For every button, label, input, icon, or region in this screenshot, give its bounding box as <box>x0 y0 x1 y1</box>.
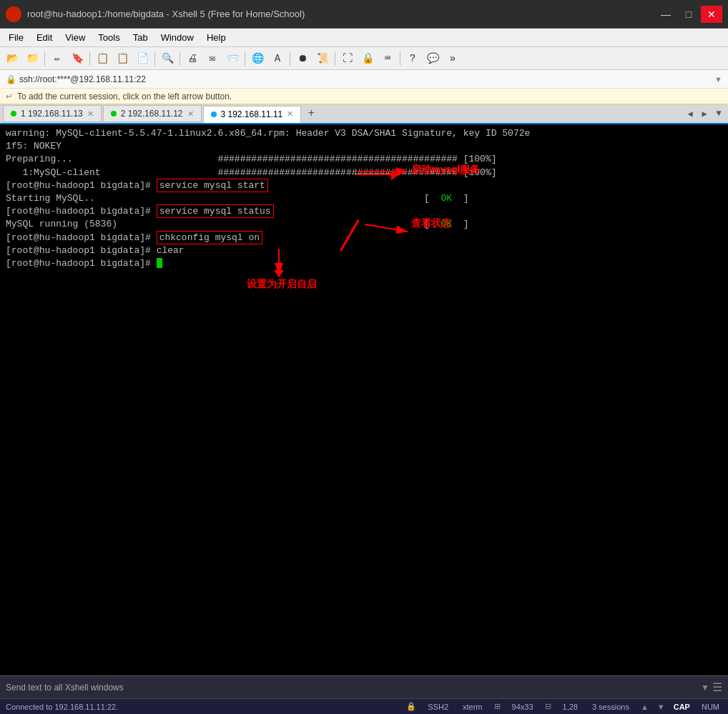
title-bar: root@hu-hadoop1:/home/bigdata - Xshell 5… <box>0 0 728 29</box>
sep5 <box>245 51 245 66</box>
menu-bar: File Edit View Tools Tab Window Help <box>0 29 728 47</box>
menu-edit[interactable]: Edit <box>31 31 58 44</box>
scroll-up-icon[interactable]: ▲ <box>641 703 649 711</box>
cursor <box>157 258 162 268</box>
tab1-close[interactable]: ✕ <box>87 109 94 119</box>
window-controls: — □ ✕ <box>655 6 722 23</box>
terminal-line-11: [root@hu-hadoop1 bigdata]# <box>6 257 722 270</box>
tab-next-icon[interactable]: ▶ <box>698 107 711 120</box>
new-session-icon[interactable]: 📂 <box>3 49 21 68</box>
tab-nav: ◀ ▶ ▼ <box>684 107 725 120</box>
sep3 <box>154 51 155 66</box>
terminal-line-8: MySQL running (5836) [ OK ] <box>6 218 722 231</box>
highlight-icon[interactable]: ✏️ <box>48 49 67 68</box>
sep2 <box>89 51 90 66</box>
scroll-down-icon[interactable]: ▼ <box>657 703 665 711</box>
app-logo <box>6 6 21 22</box>
sep4 <box>179 51 180 66</box>
menu-tools[interactable]: Tools <box>92 31 125 44</box>
chat-icon[interactable]: 💬 <box>423 49 442 68</box>
status-pos-icon: ⊟ <box>545 702 551 711</box>
maximize-button[interactable]: □ <box>678 6 699 23</box>
terminal-line-6: Starting MySQL.. [ OK ] <box>6 192 722 205</box>
status-bar: Connected to 192.168.11.11:22. 🔒 SSH2 xt… <box>0 698 728 714</box>
menu-view[interactable]: View <box>59 31 91 44</box>
tab2-close[interactable]: ✕ <box>187 109 194 119</box>
tab3-dot <box>211 111 217 117</box>
sep1 <box>44 51 45 66</box>
help-icon[interactable]: ? <box>403 49 422 68</box>
status-terminal: xterm <box>460 703 486 711</box>
info-bar: ↵ To add the current session, click on t… <box>0 89 728 104</box>
status-connected-text: Connected to 192.168.11.11:22. <box>6 703 398 711</box>
address-dropdown-icon[interactable]: ▼ <box>714 75 722 84</box>
terminal-line-4: 1:MySQL-client #########################… <box>6 167 722 179</box>
tab-bar: 1 192.168.11.13 ✕ 2 192.168.11.12 ✕ 3 19… <box>0 104 728 124</box>
compose-icon[interactable]: ✉ <box>203 49 222 68</box>
keyboard-icon[interactable]: ⌨ <box>378 49 397 68</box>
add-tab-button[interactable]: + <box>302 105 320 122</box>
menu-tab[interactable]: Tab <box>127 31 154 44</box>
send-bar-dropdown[interactable]: ▼ <box>701 683 709 693</box>
status-pos: 1,28 <box>560 703 581 711</box>
info-text: To add the current session, click on the… <box>17 91 232 101</box>
font-icon[interactable]: A <box>268 49 287 68</box>
terminal-line-7: [root@hu-hadoop1 bigdata]# service mysql… <box>6 205 722 218</box>
lock-icon[interactable]: 🔒 <box>358 49 377 68</box>
more-icon[interactable]: » <box>443 49 462 68</box>
status-size-icon: ⊞ <box>494 702 501 711</box>
status-sessions: 3 sessions <box>589 703 632 711</box>
sep7 <box>335 51 335 66</box>
zoom-icon[interactable]: 🔍 <box>158 49 177 68</box>
send-bar-menu[interactable]: ☰ <box>712 680 722 694</box>
menu-help[interactable]: Help <box>201 31 232 44</box>
terminal-line-3: Preparing... ###########################… <box>6 153 722 166</box>
minimize-button[interactable]: — <box>655 6 677 23</box>
compose2-icon[interactable]: 📨 <box>223 49 242 68</box>
globe-icon[interactable]: 🌐 <box>248 49 267 68</box>
toolbar: 📂 📁 ✏️ 🔖 📋 📋 📄 🔍 🖨 ✉ 📨 🌐 A ⏺ 📜 ⛶ 🔒 ⌨ ? 💬… <box>0 47 728 70</box>
paste2-icon[interactable]: 📄 <box>133 49 152 68</box>
tab2-label: 2 192.168.11.12 <box>121 109 183 119</box>
address-text: ssh://root:****@192.168.11.11:22 <box>19 74 146 84</box>
arrow3-head <box>274 270 284 277</box>
open-icon[interactable]: 📁 <box>23 49 41 68</box>
tab-2[interactable]: 2 192.168.11.12 ✕ <box>103 105 202 122</box>
address-bar: 🔒 ssh://root:****@192.168.11.11:22 ▼ <box>0 70 728 89</box>
close-button[interactable]: ✕ <box>701 6 722 23</box>
tab3-label: 3 192.168.11.11 <box>221 109 283 119</box>
tab-3[interactable]: 3 192.168.11.11 ✕ <box>203 106 302 123</box>
terminal-container[interactable]: warning: MySQL-client-5.5.47-1.linux2.6.… <box>0 124 728 675</box>
terminal-line-1: warning: MySQL-client-5.5.47-1.linux2.6.… <box>6 127 722 140</box>
fullscreen-icon[interactable]: ⛶ <box>338 49 357 68</box>
tab2-dot <box>111 111 117 116</box>
tab1-dot <box>11 111 16 116</box>
lock-small-icon: 🔒 <box>6 74 16 84</box>
print-icon[interactable]: 🖨 <box>183 49 202 68</box>
tab3-close[interactable]: ✕ <box>287 109 293 119</box>
record-icon[interactable]: ⏺ <box>293 49 312 68</box>
menu-file[interactable]: File <box>3 31 29 44</box>
tab-1[interactable]: 1 192.168.11.13 ✕ <box>3 105 102 122</box>
script-icon[interactable]: 📜 <box>313 49 332 68</box>
status-num: NUM <box>699 703 722 711</box>
menu-window[interactable]: Window <box>155 31 200 44</box>
sep8 <box>400 51 400 66</box>
paste-icon[interactable]: 📋 <box>113 49 132 68</box>
status-size: 94x33 <box>509 703 536 711</box>
terminal-line-5: [root@hu-hadoop1 bigdata]# service mysql… <box>6 179 722 192</box>
terminal-line-10: [root@hu-hadoop1 bigdata]# clear <box>6 244 722 257</box>
marker-icon[interactable]: 🔖 <box>68 49 87 68</box>
annotation-autostart: 设置为开启自启 <box>247 278 317 291</box>
status-protocol: SSH2 <box>425 703 451 711</box>
tab-prev-icon[interactable]: ◀ <box>684 107 697 120</box>
send-bar: Send text to all Xshell windows ▼ ☰ <box>0 675 728 698</box>
sep6 <box>290 51 290 66</box>
tab-menu-icon[interactable]: ▼ <box>712 107 725 120</box>
status-cap: CAP <box>674 703 690 711</box>
title-bar-text: root@hu-hadoop1:/home/bigdata - Xshell 5… <box>27 9 655 19</box>
copy-icon[interactable]: 📋 <box>93 49 112 68</box>
send-bar-text: Send text to all Xshell windows <box>6 683 124 693</box>
annotation-check-status: 查看状态 <box>411 217 451 230</box>
terminal-line-2: 1f5: NOKEY <box>6 140 722 153</box>
